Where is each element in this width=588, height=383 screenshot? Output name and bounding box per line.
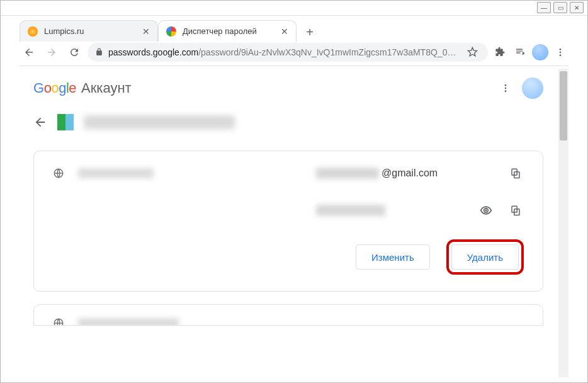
delete-highlight: Удалить [446,239,524,275]
tab-lumpics[interactable]: Lumpics.ru ✕ [20,20,158,42]
password-row [53,204,524,217]
window-minimize-button[interactable]: — [537,2,551,13]
window-controls: — ▭ ✕ [537,2,584,13]
site-url-row: @gmail.com [53,168,524,179]
bookmark-star-icon[interactable] [464,44,480,60]
svg-point-1 [560,51,562,53]
window-close-button[interactable]: ✕ [570,2,584,13]
tab-close-button[interactable]: ✕ [142,26,150,37]
google-account-logo[interactable]: Google Аккаунт [33,80,132,96]
url-path: /password/9iAu-zNvlwX3qNv_IvQ1mwImZigcsm… [198,47,456,57]
browser-menu-button[interactable] [552,44,568,60]
logo-letter: o [44,80,52,96]
card-actions: Изменить Удалить [53,239,524,275]
account-avatar[interactable] [522,77,543,99]
nav-forward-button[interactable] [42,43,61,62]
password-value [316,205,468,216]
tab-strip: Lumpics.ru ✕ Диспетчер паролей ✕ + [20,16,581,42]
copy-username-button[interactable] [510,168,524,179]
new-tab-button[interactable]: + [300,23,319,42]
scrollbar[interactable] [558,69,568,377]
arrow-right-icon [46,47,57,58]
next-password-card[interactable] [33,304,543,326]
svg-point-0 [560,49,562,50]
svg-point-4 [505,88,507,89]
tab-title: Lumpics.ru [44,26,136,36]
password-card: @gmail.com [33,151,543,292]
account-label: Аккаунт [81,80,132,96]
url-domain: passwords.google.com [108,47,198,57]
globe-icon [53,168,67,179]
tab-title: Диспетчер паролей [183,26,274,36]
email-suffix: @gmail.com [382,168,438,179]
browser-toolbar: passwords.google.com/password/9iAu-zNvlw… [20,41,568,66]
site-url-redacted [78,168,154,178]
nav-back-button[interactable] [20,43,38,62]
url-text: passwords.google.com/password/9iAu-zNvlw… [108,47,459,57]
page-more-button[interactable] [500,83,511,93]
arrow-left-icon [23,47,35,58]
svg-point-5 [505,90,507,92]
extensions-icon[interactable] [492,44,508,60]
site-breadcrumb-row [20,108,557,142]
site-favicon-icon [57,114,74,130]
username-redacted [316,168,379,179]
logo-letter: e [69,80,76,96]
tab-close-button[interactable]: ✕ [281,26,288,37]
nav-reload-button[interactable] [65,43,84,62]
svg-point-9 [485,209,487,211]
lumpics-favicon-icon [28,26,38,37]
lock-icon [95,48,103,56]
address-bar[interactable]: passwords.google.com/password/9iAu-zNvlw… [88,43,488,62]
delete-button[interactable]: Удалить [451,244,519,270]
browser-profile-avatar[interactable] [532,44,548,60]
window-frame: — ▭ ✕ Lumpics.ru ✕ Диспетчер паролей ✕ + [0,0,588,383]
logo-letter: g [59,80,66,96]
reading-list-icon[interactable] [512,44,528,60]
edit-button[interactable]: Изменить [356,244,430,270]
reload-icon [69,47,80,58]
google-account-header: Google Аккаунт [20,69,557,108]
svg-point-3 [505,84,507,86]
username-value: @gmail.com [316,168,499,179]
site2-domain-redacted [78,318,179,326]
back-button[interactable] [33,115,47,129]
logo-letter: o [51,80,59,96]
site-name-redacted [84,115,235,129]
copy-password-button[interactable] [510,205,524,216]
logo-letter: G [33,80,44,96]
svg-point-2 [560,54,562,56]
password-redacted [316,205,385,216]
tab-password-manager[interactable]: Диспетчер паролей ✕ [158,20,297,42]
window-maximize-button[interactable]: ▭ [553,2,567,13]
svg-point-12 [54,319,63,326]
show-password-button[interactable] [480,204,494,217]
page-content: Google Аккаунт [20,69,568,377]
google-favicon-icon [166,26,176,37]
scrollbar-thumb[interactable] [560,71,567,140]
globe-icon [53,317,67,326]
